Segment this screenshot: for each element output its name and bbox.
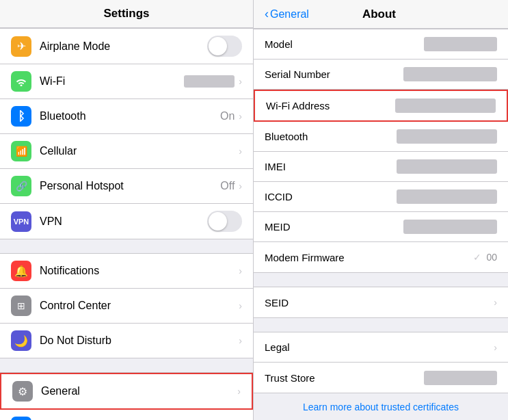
legal-label: Legal <box>265 341 290 353</box>
wifi-address-value: ──── <box>395 99 496 113</box>
back-label: General <box>270 8 309 21</box>
about-list: Model ──── Serial Number ──── Wi-Fi Addr… <box>254 29 508 420</box>
about-group-3: Legal › Trust Store ──── <box>254 332 508 393</box>
group-spacer-2 <box>0 358 253 372</box>
app-container: Settings ✈ Airplane Mode <box>0 0 508 420</box>
settings-item-hotspot[interactable]: 🔗 Personal Hotspot Off › <box>0 169 253 204</box>
settings-header: Settings <box>0 0 253 28</box>
general-icon: ⚙ <box>12 381 33 402</box>
settings-item-wifi[interactable]: Wi-Fi ──── › <box>0 64 253 99</box>
settings-item-control-center[interactable]: ⊞ Control Center › <box>0 289 253 324</box>
vpn-label: VPN <box>40 215 207 228</box>
settings-item-general[interactable]: ⚙ General › <box>0 373 253 410</box>
learn-more-link[interactable]: Learn more about trusted certificates <box>303 402 459 412</box>
hotspot-icon: 🔗 <box>11 176 31 196</box>
legal-chevron: › <box>494 342 497 353</box>
iccid-label: ICCID <box>265 191 293 202</box>
airplane-toggle[interactable] <box>207 36 242 57</box>
cellular-chevron: › <box>239 146 242 157</box>
group-spacer-1 <box>0 239 253 253</box>
about-header: ‹ General About <box>254 0 508 29</box>
settings-item-airplane[interactable]: ✈ Airplane Mode <box>0 29 253 64</box>
cellular-label: Cellular <box>40 145 239 157</box>
seid-label: SEID <box>265 297 289 309</box>
wifi-icon <box>11 71 31 92</box>
vpn-icon: VPN <box>11 211 31 232</box>
airplane-icon: ✈ <box>11 36 31 57</box>
notifications-label: Notifications <box>40 265 239 277</box>
wifi-label: Wi-Fi <box>40 75 184 88</box>
bluetooth-chevron: › <box>239 111 242 122</box>
display-icon: Aa <box>11 417 31 420</box>
control-center-chevron: › <box>239 300 242 311</box>
settings-group-1: ✈ Airplane Mode Wi-Fi <box>0 28 253 239</box>
cellular-icon: 📶 <box>11 141 31 161</box>
control-center-icon: ⊞ <box>11 296 31 316</box>
model-label: Model <box>265 38 293 50</box>
about-item-trust-store: Trust Store ──── <box>254 363 508 393</box>
learn-more-section: Learn more about trusted certificates <box>254 393 508 420</box>
about-item-iccid: ICCID ──── <box>254 182 508 212</box>
about-item-bluetooth-addr: Bluetooth ──── <box>254 122 508 152</box>
group-spacer-r2 <box>254 318 508 332</box>
bluetooth-value: On <box>220 110 235 122</box>
bluetooth-addr-label: Bluetooth <box>265 131 308 142</box>
settings-item-vpn[interactable]: VPN VPN <box>0 204 253 239</box>
settings-group-2: 🔔 Notifications › ⊞ Control Center › 🌙 D… <box>0 253 253 358</box>
about-group-1: Model ──── Serial Number ──── Wi-Fi Addr… <box>254 29 508 273</box>
settings-item-bluetooth[interactable]: ᛒ Bluetooth On › <box>0 99 253 134</box>
about-item-serial: Serial Number ──── <box>254 60 508 90</box>
dnd-chevron: › <box>239 335 242 346</box>
about-item-meid: MEID ──── <box>254 212 508 242</box>
wifi-value: ──── <box>184 75 235 88</box>
notifications-chevron: › <box>239 265 242 276</box>
modem-value: ✓ 00 <box>473 252 497 263</box>
back-button[interactable]: ‹ General <box>265 7 309 21</box>
trust-store-value: ──── <box>424 371 497 385</box>
about-item-legal[interactable]: Legal › <box>254 332 508 363</box>
about-item-wifi-address: Wi-Fi Address ──── <box>254 90 508 122</box>
modem-label: Modem Firmware <box>265 252 345 263</box>
general-chevron: › <box>237 386 241 397</box>
hotspot-label: Personal Hotspot <box>40 180 220 192</box>
meid-label: MEID <box>265 221 291 233</box>
settings-group-3: ⚙ General › Aa Display & Brightness › <box>0 372 253 420</box>
toggle-thumb <box>209 37 227 55</box>
about-item-modem: Modem Firmware ✓ 00 <box>254 242 508 272</box>
meid-value: ──── <box>403 220 497 234</box>
seid-chevron: › <box>494 297 497 308</box>
settings-list: ✈ Airplane Mode Wi-Fi <box>0 28 253 420</box>
wifi-chevron: › <box>239 76 242 87</box>
general-label: General <box>41 385 237 397</box>
serial-label: Serial Number <box>265 68 330 80</box>
bluetooth-label: Bluetooth <box>40 110 220 122</box>
group-spacer-r1 <box>254 273 508 287</box>
notifications-icon: 🔔 <box>11 261 31 281</box>
about-item-seid[interactable]: SEID › <box>254 287 508 317</box>
vpn-toggle-thumb <box>209 212 227 231</box>
dnd-label: Do Not Disturb <box>40 334 239 347</box>
about-panel: ‹ General About Model ──── Serial Number… <box>253 0 508 420</box>
settings-item-display[interactable]: Aa Display & Brightness › <box>0 410 253 420</box>
iccid-value: ──── <box>397 189 497 204</box>
serial-value: ──── <box>403 67 497 81</box>
bluetooth-icon: ᛒ <box>11 106 31 127</box>
wifi-address-label: Wi-Fi Address <box>266 100 330 111</box>
settings-title: Settings <box>103 7 149 20</box>
dnd-icon: 🌙 <box>11 330 31 351</box>
airplane-label: Airplane Mode <box>40 40 207 53</box>
bluetooth-addr-value: ──── <box>397 129 497 144</box>
settings-item-notifications[interactable]: 🔔 Notifications › <box>0 254 253 289</box>
settings-item-cellular[interactable]: 📶 Cellular › <box>0 134 253 169</box>
about-item-imei: IMEI ──── <box>254 152 508 182</box>
imei-label: IMEI <box>265 161 286 172</box>
imei-value: ──── <box>397 159 497 174</box>
model-value: ──── <box>424 37 497 51</box>
hotspot-value: Off <box>220 180 235 192</box>
control-center-label: Control Center <box>40 300 239 312</box>
back-chevron-icon: ‹ <box>265 7 269 21</box>
about-item-model: Model ──── <box>254 29 508 60</box>
settings-item-dnd[interactable]: 🌙 Do Not Disturb › <box>0 324 253 358</box>
vpn-toggle[interactable] <box>207 211 242 232</box>
about-title: About <box>309 8 449 21</box>
